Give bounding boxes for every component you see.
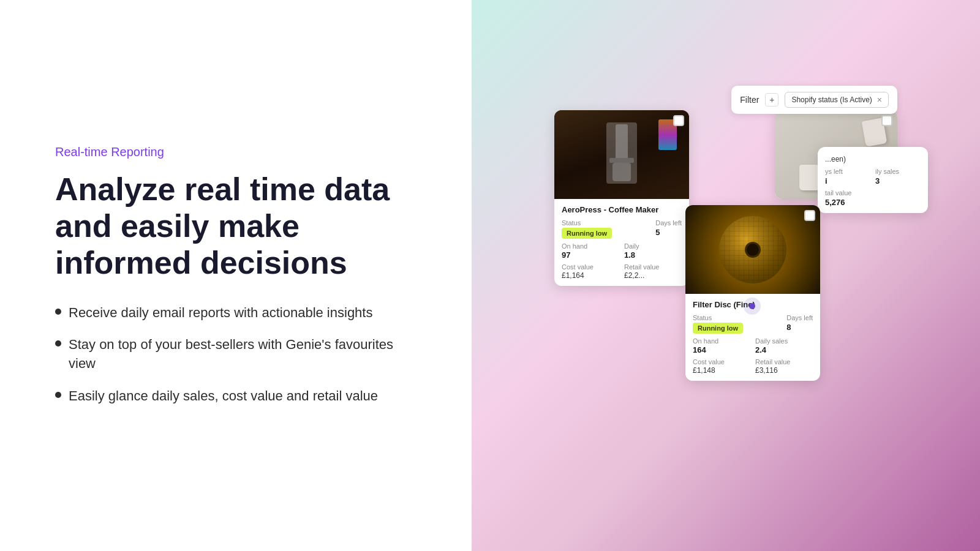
section-label: Real-time Reporting bbox=[55, 145, 417, 159]
ceramics-card-checkbox[interactable] bbox=[881, 115, 892, 126]
aeropress-days-value: 5 bbox=[655, 228, 682, 237]
card-partial: ...een) ys left i ily sales 3 tail value… bbox=[818, 147, 928, 213]
aeropress-days-block: Days left 5 bbox=[655, 219, 682, 239]
filter-tag-close-icon[interactable]: × bbox=[877, 95, 882, 105]
aeropress-daily: Daily 1.8 bbox=[624, 242, 682, 260]
right-panel: Filter + Shopify status (Is Active) × bbox=[472, 0, 980, 551]
aeropress-stats-grid: On hand 97 Daily 1.8 Cost value £1,164 R… bbox=[562, 242, 682, 280]
card-filter-disc[interactable]: Filter Disc (Fine) Status Running low Da… bbox=[685, 205, 820, 381]
aeropress-status-block: Status Running low bbox=[562, 219, 612, 239]
filter-on-hand: On hand 164 bbox=[693, 337, 750, 354]
card-checkbox[interactable] bbox=[673, 115, 684, 126]
filter-status-block: Status Running low bbox=[693, 314, 743, 334]
filter-plus-button[interactable]: + bbox=[765, 93, 778, 107]
aeropress-image bbox=[554, 110, 689, 199]
filter-stats-grid: On hand 164 Daily sales 2.4 Cost value £… bbox=[693, 337, 813, 375]
filter-status-label: Status bbox=[693, 314, 743, 321]
bullet-dot bbox=[55, 340, 61, 347]
svg-rect-0 bbox=[616, 124, 628, 161]
partial-daily: ily sales 3 bbox=[875, 168, 921, 186]
left-panel: Real-time Reporting Analyze real time da… bbox=[0, 0, 472, 551]
filter-tag[interactable]: Shopify status (Is Active) × bbox=[785, 92, 889, 108]
filter-label: Filter bbox=[740, 95, 759, 105]
svg-rect-1 bbox=[609, 158, 634, 163]
bullet-item-1: Receive daily email reports with actiona… bbox=[55, 304, 417, 323]
aeropress-img-bg bbox=[554, 110, 689, 199]
card-aeropress[interactable]: AeroPress - Coffee Maker Status Running … bbox=[554, 110, 689, 286]
mockup-area: Filter + Shopify status (Is Active) × bbox=[554, 86, 897, 465]
filter-disc-circle bbox=[719, 216, 786, 283]
aeropress-status-badge: Running low bbox=[562, 228, 612, 239]
filter-days-label: Days left bbox=[786, 314, 813, 321]
aeropress-on-hand: On hand 97 bbox=[562, 242, 619, 260]
filter-days-block: Days left 8 bbox=[786, 314, 813, 334]
partial-name: ...een) bbox=[825, 153, 921, 164]
aeropress-status-row: Status Running low Days left 5 bbox=[562, 219, 682, 239]
svg-point-3 bbox=[720, 217, 786, 283]
aeropress-status-label: Status bbox=[562, 219, 612, 227]
aeropress-card-body: AeroPress - Coffee Maker Status Running … bbox=[554, 199, 689, 286]
aeropress-days-label: Days left bbox=[655, 219, 682, 227]
bullet-dot bbox=[55, 309, 61, 315]
filter-status-badge: Running low bbox=[693, 323, 743, 334]
filter-retail: Retail value £3,116 bbox=[755, 358, 813, 375]
main-heading: Analyze real time data and easily make i… bbox=[55, 171, 417, 281]
bullet-dot bbox=[55, 392, 61, 398]
filter-bar: Filter + Shopify status (Is Active) × bbox=[731, 86, 897, 114]
bullet-list: Receive daily email reports with actiona… bbox=[55, 304, 417, 406]
cursor-dot bbox=[749, 303, 755, 309]
aeropress-cost: Cost value £1,164 bbox=[562, 263, 619, 280]
filter-card-checkbox[interactable] bbox=[804, 210, 815, 221]
filter-disc-image bbox=[685, 205, 820, 294]
aeropress-product-name: AeroPress - Coffee Maker bbox=[562, 205, 682, 214]
cursor-indicator bbox=[744, 298, 761, 315]
bullet-item-3: Easily glance daily sales, cost value an… bbox=[55, 387, 417, 406]
svg-rect-2 bbox=[612, 163, 631, 181]
filter-daily: Daily sales 2.4 bbox=[755, 337, 813, 354]
partial-days: ys left i bbox=[825, 168, 870, 186]
filter-days-value: 8 bbox=[786, 323, 813, 332]
partial-retail: tail value 5,276 bbox=[825, 189, 870, 207]
filter-status-row: Status Running low Days left 8 bbox=[693, 314, 813, 334]
filter-cost: Cost value £1,148 bbox=[693, 358, 750, 375]
filter-disc-bg bbox=[685, 205, 820, 294]
aeropress-retail: Retail value £2,2... bbox=[624, 263, 682, 280]
partial-grid: ...een) ys left i ily sales 3 tail value… bbox=[825, 153, 921, 207]
bullet-item-2: Stay on top of your best-sellers with Ge… bbox=[55, 335, 417, 373]
